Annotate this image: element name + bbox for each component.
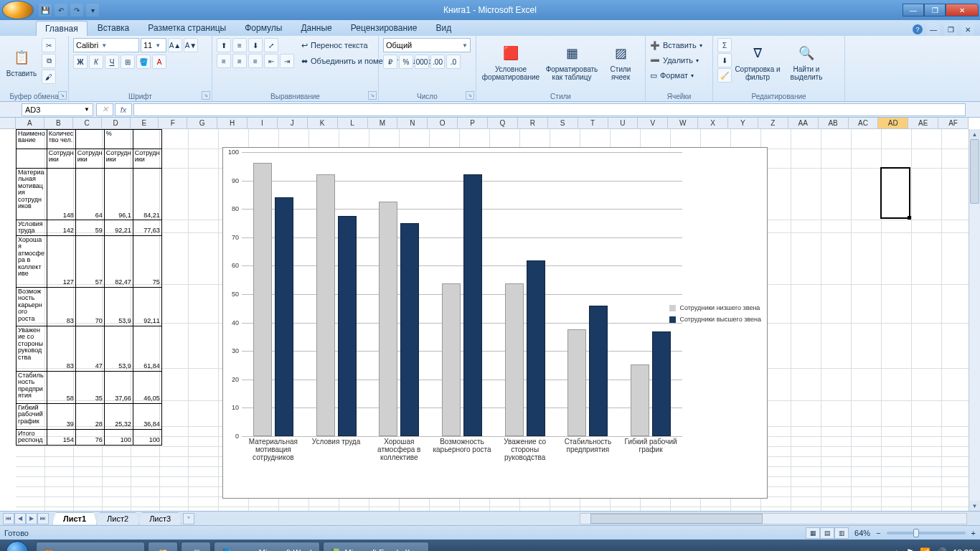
column-header[interactable]: J bbox=[278, 118, 308, 128]
column-header[interactable]: I bbox=[248, 118, 278, 128]
undo-icon[interactable]: ↶ bbox=[55, 4, 67, 17]
chart-bar[interactable] bbox=[589, 306, 608, 436]
column-header[interactable]: C bbox=[73, 118, 102, 128]
column-header[interactable]: AA bbox=[788, 118, 819, 128]
tab-0[interactable]: Главная bbox=[36, 21, 88, 36]
column-header[interactable]: G bbox=[187, 118, 217, 128]
close-button[interactable]: ✕ bbox=[946, 4, 979, 17]
minimize-ribbon-icon[interactable]: — bbox=[927, 23, 940, 36]
increase-indent-icon[interactable]: ⇥ bbox=[280, 54, 294, 68]
chart-bar[interactable] bbox=[631, 364, 649, 436]
cell[interactable]: 39 bbox=[47, 403, 75, 429]
cell[interactable]: 37,66 bbox=[104, 371, 133, 403]
cell[interactable]: 36,84 bbox=[133, 403, 161, 429]
chart-bar[interactable] bbox=[275, 197, 293, 436]
cell[interactable]: 127 bbox=[47, 235, 75, 287]
network-icon[interactable]: 📶 bbox=[920, 547, 930, 551]
column-header[interactable]: W bbox=[668, 118, 698, 128]
sheet-tab[interactable]: Лист3 bbox=[138, 512, 182, 524]
column-header[interactable]: O bbox=[428, 118, 458, 128]
cell[interactable]: Сотрудн ики bbox=[133, 149, 161, 169]
tab-2[interactable]: Разметка страницы bbox=[139, 21, 235, 36]
cell[interactable]: 70 bbox=[75, 287, 104, 326]
cell[interactable]: 92,21 bbox=[104, 220, 133, 236]
tab-3[interactable]: Формулы bbox=[236, 21, 291, 36]
cell[interactable]: Итого респонд bbox=[17, 429, 47, 445]
cell[interactable]: 75 bbox=[133, 235, 161, 287]
name-box[interactable]: AD3▼ bbox=[22, 103, 93, 116]
cell[interactable]: 148 bbox=[47, 169, 75, 220]
tab-1[interactable]: Вставка bbox=[89, 21, 138, 36]
percent-icon[interactable]: % bbox=[399, 55, 413, 69]
dialog-launcher-icon[interactable]: ↘ bbox=[202, 91, 210, 100]
column-header[interactable]: Z bbox=[758, 118, 788, 128]
tray-up-icon[interactable]: ▲ bbox=[892, 547, 901, 551]
help-icon[interactable]: ? bbox=[913, 24, 923, 34]
formula-input[interactable] bbox=[133, 103, 966, 116]
border-icon[interactable]: ⊞ bbox=[121, 55, 135, 69]
cut-icon[interactable]: ✂ bbox=[42, 38, 56, 52]
column-header[interactable]: H bbox=[217, 118, 248, 128]
column-header[interactable]: P bbox=[458, 118, 488, 128]
chart-bar[interactable] bbox=[463, 174, 482, 436]
column-header[interactable]: D bbox=[102, 118, 131, 128]
volume-icon[interactable]: 🔊 bbox=[936, 547, 947, 551]
align-bottom-icon[interactable]: ⬇ bbox=[248, 38, 263, 52]
zoom-out-icon[interactable]: − bbox=[876, 529, 880, 537]
flag-icon[interactable]: ⚑ bbox=[906, 547, 914, 551]
cell[interactable]: 96,1 bbox=[104, 169, 133, 220]
restore-button[interactable]: ❐ bbox=[924, 4, 946, 17]
column-header[interactable]: Q bbox=[488, 118, 518, 128]
sort-filter-button[interactable]: ᐁСортировка и фильтр bbox=[735, 38, 781, 87]
dialog-launcher-icon[interactable]: ↘ bbox=[466, 91, 474, 100]
clock[interactable]: 18:23 bbox=[953, 548, 973, 551]
column-header[interactable]: F bbox=[159, 118, 187, 128]
align-left-icon[interactable]: ≡ bbox=[217, 54, 231, 68]
chart-bar[interactable] bbox=[338, 216, 357, 436]
align-right-icon[interactable]: ≡ bbox=[248, 54, 263, 68]
legend-item[interactable]: Сотрудники низшего звена bbox=[669, 304, 761, 311]
cell[interactable]: Сотрудн ики bbox=[104, 149, 133, 169]
cell[interactable]: Наимено вание bbox=[17, 130, 47, 149]
column-header[interactable]: X bbox=[698, 118, 728, 128]
cell[interactable]: 25,32 bbox=[104, 403, 133, 429]
column-header[interactable]: Y bbox=[728, 118, 758, 128]
column-header[interactable]: A bbox=[16, 118, 44, 128]
column-header[interactable]: AB bbox=[819, 118, 849, 128]
legend-item[interactable]: Сотрудники высшего звена bbox=[669, 316, 761, 323]
chart-bar[interactable] bbox=[567, 329, 586, 436]
column-header[interactable]: K bbox=[308, 118, 338, 128]
column-header[interactable]: AD bbox=[878, 118, 908, 128]
column-header[interactable]: E bbox=[131, 118, 159, 128]
cell[interactable]: 46,05 bbox=[133, 371, 161, 403]
cell[interactable]: 142 bbox=[47, 220, 75, 236]
orientation-icon[interactable]: ⤢ bbox=[264, 38, 278, 52]
cell[interactable]: 57 bbox=[75, 235, 104, 287]
chart-bar[interactable] bbox=[316, 174, 335, 436]
taskbar-item[interactable]: 📁 bbox=[148, 542, 178, 551]
cell[interactable] bbox=[17, 149, 47, 169]
format-painter-icon[interactable]: 🖌 bbox=[42, 70, 56, 84]
sheet-tab[interactable]: Лист1 bbox=[52, 512, 97, 524]
dialog-launcher-icon[interactable]: ↘ bbox=[368, 91, 377, 100]
chart-bar[interactable] bbox=[652, 331, 671, 436]
taskbar-item[interactable]: 🖥 bbox=[181, 542, 211, 551]
column-header[interactable]: U bbox=[608, 118, 639, 128]
chart-bar[interactable] bbox=[442, 283, 461, 436]
column-header[interactable]: AC bbox=[849, 118, 879, 128]
number-format-combo[interactable]: Общий▼ bbox=[383, 38, 471, 52]
cell[interactable]: % bbox=[104, 130, 133, 149]
cell[interactable]: 92,11 bbox=[133, 287, 161, 326]
paste-button[interactable]: 📋 Вставить bbox=[4, 38, 39, 87]
system-tray[interactable]: ▲ ⚑ 📶 🔊 18:23 bbox=[892, 547, 980, 551]
column-header[interactable]: T bbox=[578, 118, 608, 128]
column-header[interactable]: AF bbox=[938, 118, 969, 128]
dialog-launcher-icon[interactable]: ↘ bbox=[58, 91, 67, 100]
cell[interactable]: Количес тво чел. bbox=[47, 130, 75, 149]
align-center-icon[interactable]: ≡ bbox=[232, 54, 247, 68]
fx-button[interactable]: fx bbox=[115, 103, 132, 116]
font-size-combo[interactable]: 11▼ bbox=[141, 38, 166, 52]
cell[interactable]: 100 bbox=[104, 429, 133, 445]
vertical-scrollbar[interactable]: ▲ ▼ bbox=[969, 129, 980, 511]
align-middle-icon[interactable]: ≡ bbox=[232, 38, 247, 52]
